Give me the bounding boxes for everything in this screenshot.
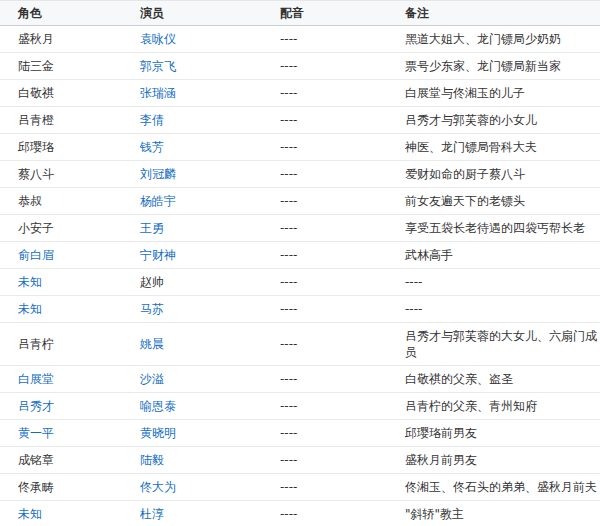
dub-value: ---- xyxy=(280,275,297,289)
role-text: 陆三金 xyxy=(18,59,54,73)
actor-link[interactable]: 郭京飞 xyxy=(140,59,176,73)
dub-value: ---- xyxy=(280,194,297,208)
note-text: 佟湘玉、佟石头的弟弟、盛秋月前夫 xyxy=(405,480,597,494)
role-text: 吕青柠 xyxy=(18,337,54,351)
dub-value: ---- xyxy=(280,372,297,386)
note-text: 吕青柠的父亲、青州知府 xyxy=(405,399,537,413)
dub-value: ---- xyxy=(280,140,297,154)
dub-value: ---- xyxy=(280,86,297,100)
column-header-note: 备注 xyxy=(405,1,600,26)
note-text: 吕秀才与郭芙蓉的小女儿 xyxy=(405,113,537,127)
role-text: 盛秋月 xyxy=(18,32,54,46)
role-link[interactable]: 俞白眉 xyxy=(18,248,54,262)
dub-value: ---- xyxy=(280,337,297,351)
table-row: 蔡八斗 刘冠麟 ---- 爱财如命的厨子蔡八斗 xyxy=(0,161,600,188)
dub-value: ---- xyxy=(280,399,297,413)
note-text: 票号少东家、龙门镖局新当家 xyxy=(405,59,561,73)
role-text: 邱璎珞 xyxy=(18,140,54,154)
actor-link[interactable]: 张瑞涵 xyxy=(140,86,176,100)
dub-value: ---- xyxy=(280,59,297,73)
actor-link[interactable]: 宁财神 xyxy=(140,248,176,262)
dub-value: ---- xyxy=(280,221,297,235)
dub-value: ---- xyxy=(280,167,297,181)
table-row: 恭叔 杨皓宇 ---- 前女友遍天下的老镖头 xyxy=(0,188,600,215)
actor-link[interactable]: 王勇 xyxy=(140,221,164,235)
role-text: 恭叔 xyxy=(18,194,42,208)
dub-value: ---- xyxy=(280,32,297,46)
actor-link[interactable]: 姚晨 xyxy=(140,337,164,351)
note-text: 邱璎珞前男友 xyxy=(405,426,477,440)
cast-list-page: 角色 演员 配音 备注 盛秋月 袁咏仪 ---- 黑道大姐大、龙门镖局少奶奶 陆… xyxy=(0,0,600,526)
dub-value: ---- xyxy=(280,507,297,521)
role-link[interactable]: 白展堂 xyxy=(18,372,54,386)
role-text: 蔡八斗 xyxy=(18,167,54,181)
table-row: 白展堂 沙溢 ---- 白敬祺的父亲、盗圣 xyxy=(0,366,600,393)
role-link[interactable]: 未知 xyxy=(18,302,42,316)
actor-link[interactable]: 钱芳 xyxy=(140,140,164,154)
table-row: 黄一平 黄晓明 ---- 邱璎珞前男友 xyxy=(0,420,600,447)
role-link[interactable]: 黄一平 xyxy=(18,426,54,440)
table-row: 陆三金 郭京飞 ---- 票号少东家、龙门镖局新当家 xyxy=(0,53,600,80)
column-header-dub: 配音 xyxy=(280,1,405,26)
note-text: 白敬祺的父亲、盗圣 xyxy=(405,372,513,386)
note-text: ---- xyxy=(405,302,422,316)
table-row: 未知 马苏 ---- ---- xyxy=(0,296,600,323)
role-text: 白敬祺 xyxy=(18,86,54,100)
dub-value: ---- xyxy=(280,480,297,494)
table-row: 成铭章 陆毅 ---- 盛秋月前男友 xyxy=(0,447,600,474)
table-row: 吕青柠 姚晨 ---- 吕秀才与郭芙蓉的大女儿、六扇门成员 xyxy=(0,323,600,366)
note-text: 爱财如命的厨子蔡八斗 xyxy=(405,167,525,181)
role-text: 吕青橙 xyxy=(18,113,54,127)
actor-link[interactable]: 杜淳 xyxy=(140,507,164,521)
table-row: 白敬祺 张瑞涵 ---- 白展堂与佟湘玉的儿子 xyxy=(0,80,600,107)
role-link[interactable]: 未知 xyxy=(18,507,42,521)
dub-value: ---- xyxy=(280,426,297,440)
table-row: 吕秀才 喻恩泰 ---- 吕青柠的父亲、青州知府 xyxy=(0,393,600,420)
cast-table-header: 角色 演员 配音 备注 xyxy=(0,1,600,26)
actor-link[interactable]: 佟大为 xyxy=(140,480,176,494)
actor-text: 赵帅 xyxy=(140,275,164,289)
table-row: 邱璎珞 钱芳 ---- 神医、龙门镖局骨科大夫 xyxy=(0,134,600,161)
role-link[interactable]: 未知 xyxy=(18,275,42,289)
role-text: 佟承畴 xyxy=(18,480,54,494)
table-row: 小安子 王勇 ---- 享受五袋长老待遇的四袋丐帮长老 xyxy=(0,215,600,242)
dub-value: ---- xyxy=(280,248,297,262)
actor-link[interactable]: 沙溢 xyxy=(140,372,164,386)
actor-link[interactable]: 杨皓宇 xyxy=(140,194,176,208)
dub-value: ---- xyxy=(280,302,297,316)
table-row: 盛秋月 袁咏仪 ---- 黑道大姐大、龙门镖局少奶奶 xyxy=(0,26,600,53)
role-text: 小安子 xyxy=(18,221,54,235)
note-text: 吕秀才与郭芙蓉的大女儿、六扇门成员 xyxy=(405,329,597,359)
actor-link[interactable]: 袁咏仪 xyxy=(140,32,176,46)
dub-value: ---- xyxy=(280,113,297,127)
note-text: 白展堂与佟湘玉的儿子 xyxy=(405,86,525,100)
note-text: "斜轿"教主 xyxy=(405,507,464,521)
table-row: 俞白眉 宁财神 ---- 武林高手 xyxy=(0,242,600,269)
column-header-actor: 演员 xyxy=(140,1,280,26)
role-link[interactable]: 吕秀才 xyxy=(18,399,54,413)
cast-table: 角色 演员 配音 备注 盛秋月 袁咏仪 ---- 黑道大姐大、龙门镖局少奶奶 陆… xyxy=(0,0,600,526)
cast-table-body: 盛秋月 袁咏仪 ---- 黑道大姐大、龙门镖局少奶奶 陆三金 郭京飞 ---- … xyxy=(0,26,600,526)
note-text: 武林高手 xyxy=(405,248,453,262)
column-header-role: 角色 xyxy=(0,1,140,26)
note-text: 盛秋月前男友 xyxy=(405,453,477,467)
actor-link[interactable]: 马苏 xyxy=(140,302,164,316)
note-text: ---- xyxy=(405,275,422,289)
table-row: 吕青橙 李倩 ---- 吕秀才与郭芙蓉的小女儿 xyxy=(0,107,600,134)
actor-link[interactable]: 黄晓明 xyxy=(140,426,176,440)
table-row: 未知 赵帅 ---- ---- xyxy=(0,269,600,296)
actor-link[interactable]: 李倩 xyxy=(140,113,164,127)
actor-link[interactable]: 刘冠麟 xyxy=(140,167,176,181)
note-text: 前女友遍天下的老镖头 xyxy=(405,194,525,208)
dub-value: ---- xyxy=(280,453,297,467)
note-text: 享受五袋长老待遇的四袋丐帮长老 xyxy=(405,221,585,235)
table-row: 未知 杜淳 ---- "斜轿"教主 xyxy=(0,501,600,526)
role-text: 成铭章 xyxy=(18,453,54,467)
note-text: 神医、龙门镖局骨科大夫 xyxy=(405,140,537,154)
note-text: 黑道大姐大、龙门镖局少奶奶 xyxy=(405,32,561,46)
actor-link[interactable]: 喻恩泰 xyxy=(140,399,176,413)
table-row: 佟承畴 佟大为 ---- 佟湘玉、佟石头的弟弟、盛秋月前夫 xyxy=(0,474,600,501)
actor-link[interactable]: 陆毅 xyxy=(140,453,164,467)
